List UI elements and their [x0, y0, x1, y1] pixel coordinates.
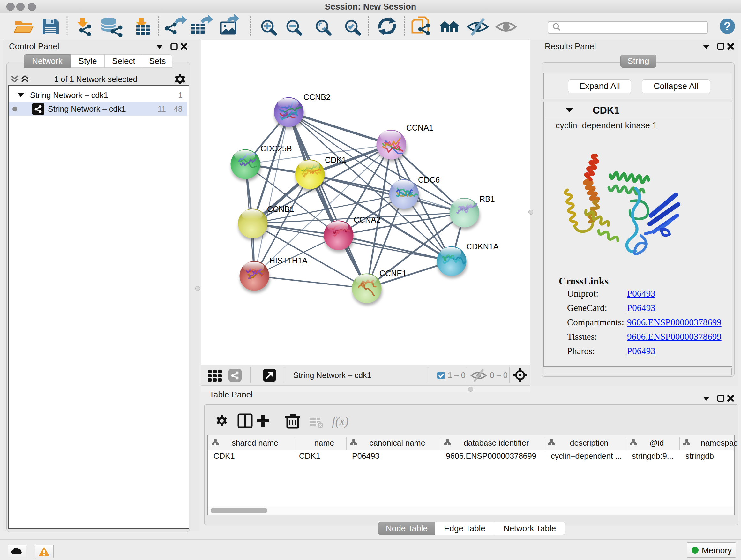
svg-text:CCNE1: CCNE1	[380, 269, 407, 278]
svg-text:CCNB2: CCNB2	[304, 92, 331, 102]
svg-text:RB1: RB1	[479, 194, 495, 203]
svg-text:CDKN1A: CDKN1A	[466, 242, 499, 251]
svg-text:HIST1H1A: HIST1H1A	[269, 256, 308, 265]
svg-text:CDC25B: CDC25B	[260, 144, 292, 153]
svg-text:1 – 0: 1 – 0	[448, 371, 466, 380]
svg-text:?: ?	[724, 20, 731, 33]
svg-text:CCNB1: CCNB1	[267, 205, 294, 213]
svg-text:CDC6: CDC6	[418, 175, 440, 184]
svg-text:0 – 0: 0 – 0	[490, 371, 508, 380]
svg-text:CCNA1: CCNA1	[406, 123, 433, 132]
svg-text:f(x): f(x)	[332, 415, 349, 428]
svg-text:CCNA2: CCNA2	[354, 215, 381, 224]
svg-text:String Network – cdk1: String Network – cdk1	[293, 371, 372, 380]
svg-text:CDK1: CDK1	[325, 155, 346, 165]
